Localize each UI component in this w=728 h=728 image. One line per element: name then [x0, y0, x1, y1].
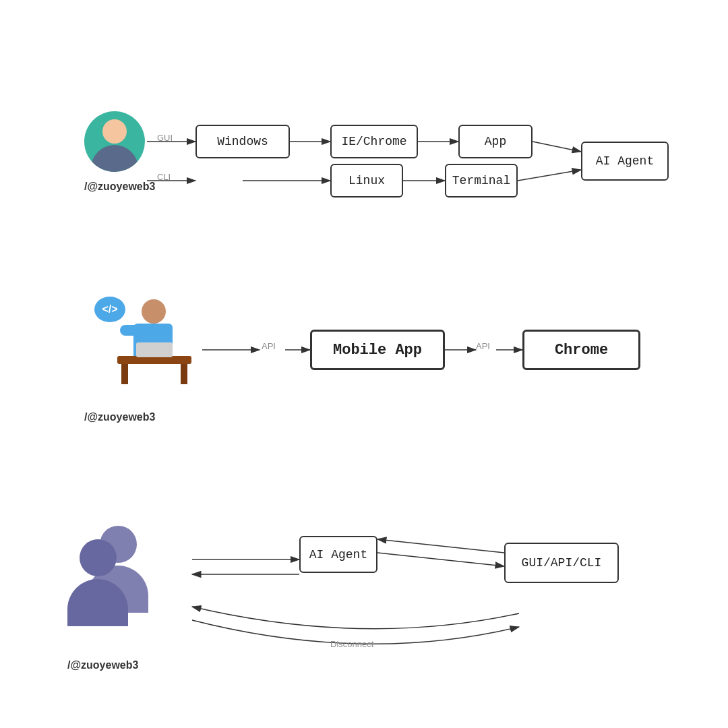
svg-line-5	[533, 142, 581, 152]
mobile-app-box: Mobile App	[310, 330, 445, 370]
chrome-box: Chrome	[522, 330, 640, 370]
svg-line-17	[377, 539, 504, 553]
ai-agent-box-3: AI Agent	[299, 536, 377, 573]
svg-line-9	[518, 170, 581, 181]
gui-api-cli-box: GUI/API/CLI	[504, 543, 619, 583]
linux-box: Linux	[330, 164, 403, 198]
app-box: App	[458, 125, 533, 158]
ie-chrome-box: IE/Chrome	[330, 125, 418, 158]
ai-agent-box-1: AI Agent	[581, 142, 669, 181]
terminal-box: Terminal	[445, 164, 518, 198]
avatar-person-1	[84, 111, 145, 172]
windows-box: Windows	[195, 125, 290, 158]
svg-line-16	[377, 553, 504, 566]
